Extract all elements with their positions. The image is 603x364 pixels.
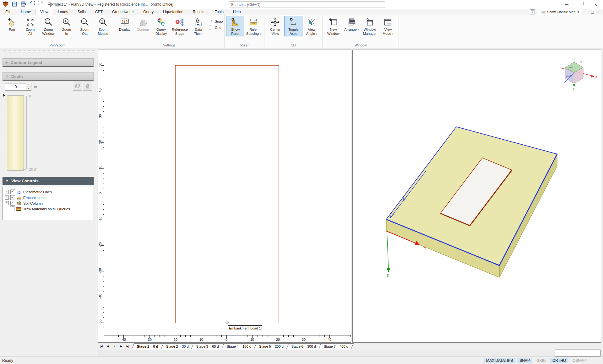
window-manager-button[interactable]: WindowManager xyxy=(361,16,379,36)
expand-icon[interactable]: + xyxy=(5,201,9,205)
ruler-spacing-button[interactable]: RulerSpacing ▾ xyxy=(244,16,263,37)
stage-tab-stage-5-200-d[interactable]: Stage 5 = 200 d xyxy=(254,343,289,349)
tree-item-piezometric-lines[interactable]: +Piezometric Lines xyxy=(5,190,93,194)
navigation-cube[interactable]: Top Front X Y Z xyxy=(560,57,598,92)
checkbox-draw-materials-on-all-queries[interactable] xyxy=(10,206,14,211)
tab-liquefaction[interactable]: Liquefaction xyxy=(158,9,188,15)
new-window-icon xyxy=(329,17,338,28)
y-tick-label: 0 xyxy=(98,189,102,198)
mdi-minimize-button[interactable] xyxy=(584,9,589,14)
view-mode-button[interactable]: ViewMode ▾ xyxy=(379,16,397,37)
stage-tab-stage-1-0-d[interactable]: Stage 1 = 0 d xyxy=(132,343,163,349)
stage-tab-stage-2-30-d[interactable]: Stage 2 = 30 d xyxy=(161,343,194,349)
stage-nav-last[interactable]: ▶| xyxy=(125,344,131,349)
stage-tab-stage-3-60-d[interactable]: Stage 3 = 60 d xyxy=(191,343,225,349)
tab-tools[interactable]: Tools xyxy=(210,9,228,15)
expand-icon[interactable]: + xyxy=(5,195,9,200)
stage-tab-stage-6-300-d[interactable]: Stage 6 = 300 d xyxy=(286,343,321,349)
checkbox-soil-column[interactable] xyxy=(10,201,15,206)
query-display-button[interactable]: QueryDisplay xyxy=(152,16,170,36)
tab-help[interactable]: Help xyxy=(228,9,246,15)
save-icon[interactable] xyxy=(11,1,18,7)
view-angle-button[interactable]: ViewAngle ▾ xyxy=(302,16,321,37)
reference-stage-button[interactable]: R123ReferenceStage xyxy=(170,16,189,36)
y-tick-label: 10 xyxy=(98,163,102,172)
toggle-axes-icon: x xyxy=(289,17,298,28)
stage-nav-number[interactable]: # xyxy=(111,344,117,349)
show-ruler-button[interactable]: ShowRuler xyxy=(226,16,244,36)
status-toggle-osnap[interactable]: OSNAP xyxy=(570,358,588,363)
stage-tab-stage-7-400-d[interactable]: Stage 7 = 400 d xyxy=(318,343,354,349)
arrange-button[interactable]: Arrange ▾ xyxy=(342,16,361,33)
spin-down-icon[interactable]: ▼ xyxy=(26,87,31,90)
status-toggle-grid[interactable]: GRID xyxy=(534,358,548,363)
view-angle-label: ViewAngle ▾ xyxy=(306,28,317,36)
pan-button[interactable]: Pan xyxy=(3,16,21,33)
tab-cpt[interactable]: CPT xyxy=(90,9,107,15)
app-logo-icon[interactable] xyxy=(3,1,9,7)
status-toggle-max-datatips[interactable]: MAX DATATIPS xyxy=(484,358,515,363)
collapse-ribbon-icon[interactable] xyxy=(530,9,535,15)
dock-drag-handle[interactable] xyxy=(1,50,95,53)
restore-button[interactable] xyxy=(574,0,589,9)
close-button[interactable]: × xyxy=(589,0,603,9)
mdi-close-button[interactable]: × xyxy=(596,9,601,14)
tab-results[interactable]: Results xyxy=(188,9,210,15)
minimize-button[interactable] xyxy=(560,0,574,9)
stage-nav-next[interactable]: ▶ xyxy=(118,344,124,349)
tab-home[interactable]: Home xyxy=(16,9,35,15)
tree-item-embankments[interactable]: +Embankments xyxy=(5,195,93,200)
search-input[interactable] xyxy=(229,1,385,8)
tab-query[interactable]: Query xyxy=(139,9,158,15)
3d-view-window[interactable]: x Z Top Front X Y xyxy=(352,50,601,343)
stage-nav-prev[interactable]: ◀ xyxy=(105,344,111,349)
zoom-all-label: ZoomAll xyxy=(26,28,35,35)
display-button[interactable]: Display xyxy=(116,16,134,33)
mdi-restore-button[interactable] xyxy=(590,9,595,14)
tab-soils[interactable]: Soils xyxy=(73,9,90,15)
zoom-out-button[interactable]: ZoomOut xyxy=(76,16,94,36)
embankment-load-outline[interactable] xyxy=(175,65,279,323)
spin-up-icon[interactable]: ▲ xyxy=(26,83,31,87)
zoom-window-button[interactable]: ZoomWindow xyxy=(39,16,57,36)
toggle-axes-button[interactable]: xToggleAxes xyxy=(284,16,302,36)
grid-toggle[interactable]: Grid xyxy=(209,24,223,31)
checkbox-embankments[interactable] xyxy=(10,195,15,200)
plan-canvas[interactable]: Embankment Load 1 xyxy=(104,50,351,335)
display-icon xyxy=(120,17,129,28)
new-window-button[interactable]: NewWindow xyxy=(324,16,342,36)
center-view-button[interactable]: CenterView xyxy=(266,16,284,36)
snap-toggle[interactable]: Snap xyxy=(209,18,223,24)
tab-loads[interactable]: Loads xyxy=(53,9,73,15)
tree-item-soil-column[interactable]: +Soil Column xyxy=(5,201,93,206)
undo-icon[interactable] xyxy=(29,1,35,7)
tree-label: Embankments xyxy=(23,196,46,200)
data-tips-button[interactable]: DataTips ▾ xyxy=(189,16,208,37)
x-tick-label: 30 xyxy=(298,338,309,341)
zoom-in-button[interactable]: ZoomIn xyxy=(57,16,76,36)
stage-nav-first[interactable]: |◀ xyxy=(98,344,104,349)
depth-marker-icon[interactable] xyxy=(3,94,5,97)
view-controls-header[interactable]: ▼ View Controls xyxy=(3,177,94,185)
contour-label: Contour xyxy=(137,28,149,32)
show-classic-menus-toggle[interactable]: Show Classic Menus xyxy=(537,9,582,15)
window-manager-label: WindowManager xyxy=(363,28,377,35)
tab-groundwater[interactable]: Groundwater xyxy=(107,9,139,15)
status-toggle-snap[interactable]: SNAP xyxy=(517,358,532,363)
tab-file[interactable]: File xyxy=(1,9,16,15)
stage-tab-stage-4-100-d[interactable]: Stage 4 = 100 d xyxy=(221,343,257,349)
contour-legend-header[interactable]: ▶ Contour Legend xyxy=(3,58,94,67)
checkbox-piezometric-lines[interactable] xyxy=(10,190,15,194)
depth-spinner[interactable]: ▲ ▼ xyxy=(26,83,31,91)
depth-header[interactable]: ▼ Depth xyxy=(3,72,94,81)
zoom-all-button[interactable]: ZoomAll xyxy=(21,16,39,36)
zoom-mouse-button[interactable]: ZoomMouse xyxy=(94,16,112,36)
tree-item-draw-materials-on-all-queries[interactable]: Draw Materials on all Queries xyxy=(5,206,93,211)
depth-input[interactable] xyxy=(5,83,26,91)
print-icon[interactable] xyxy=(20,1,26,7)
svg-text:x: x xyxy=(295,22,296,24)
status-toggle-ortho[interactable]: ORTHO xyxy=(550,358,568,363)
chevron-down-icon: ▼ xyxy=(6,179,8,183)
expand-icon[interactable]: + xyxy=(5,190,9,194)
tab-view[interactable]: View xyxy=(35,9,53,15)
